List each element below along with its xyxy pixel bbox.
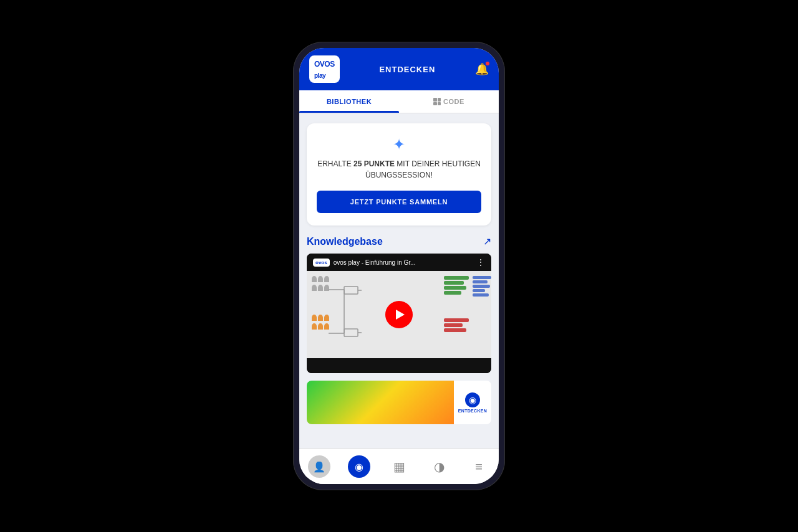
play-triangle-icon	[396, 310, 405, 320]
collect-points-button[interactable]: JETZT PUNKTE SAMMELN	[317, 191, 481, 213]
nav-menu[interactable]: ≡	[459, 453, 499, 480]
section-title: Knowledgebase	[307, 236, 383, 247]
notification-bell[interactable]: 🔔	[475, 62, 489, 76]
points-prefix: ERHALTE	[317, 159, 353, 168]
explore-card[interactable]: ◉ ENTDECKEN	[307, 381, 491, 424]
scroll-area: ✦ ERHALTE 25 PUNKTE MIT DEINER HEUTIGEN …	[299, 113, 499, 449]
green-bars	[444, 276, 469, 295]
external-link-icon[interactable]: ↗	[483, 235, 491, 247]
explore-bg	[307, 381, 454, 424]
notification-dot	[485, 61, 490, 66]
video-header: ovos ovos play - Einführung in Gr... ⋮	[307, 254, 491, 271]
logo-text: OVOS play	[314, 58, 335, 80]
menu-icon: ≡	[475, 460, 483, 474]
points-card: ✦ ERHALTE 25 PUNKTE MIT DEINER HEUTIGEN …	[307, 123, 491, 226]
play-button[interactable]	[385, 301, 413, 328]
phone-device: OVOS play ENTDECKEN 🔔 BIBLIOTHEK	[293, 42, 505, 490]
tab-bibliothek-label: BIBLIOTHEK	[327, 98, 372, 105]
header-title: ENTDECKEN	[379, 65, 435, 74]
video-logo-title: ovos ovos play - Einführung in Gr...	[313, 259, 415, 267]
tabs-bar: BIBLIOTHEK CODE	[299, 90, 499, 113]
video-more-options[interactable]: ⋮	[476, 257, 485, 267]
tab-code-content: CODE	[404, 98, 494, 105]
tab-code[interactable]: CODE	[399, 90, 499, 113]
nav-brain[interactable]: ◑	[419, 453, 459, 480]
red-bars	[444, 318, 469, 332]
explore-nav-icon: ◉	[348, 455, 370, 478]
logo-play: play	[314, 72, 325, 79]
bottom-nav: 👤 ◉ ▦ ◑ ≡	[299, 449, 499, 484]
avatar-icon: 👤	[308, 455, 330, 478]
video-footer	[307, 358, 491, 373]
explore-badge: ◉ ENTDECKEN	[454, 381, 491, 424]
library-icon: ▦	[393, 459, 405, 474]
knowledgebase-section: Knowledgebase ↗ ovos ovos play - Einführ…	[299, 235, 499, 432]
logo-ovos: OVOS	[314, 60, 335, 69]
nav-library[interactable]: ▦	[379, 453, 419, 480]
top-bar: OVOS play ENTDECKEN 🔔	[299, 48, 499, 90]
youtube-logo: ovos	[313, 259, 330, 267]
app-logo: OVOS play	[309, 55, 340, 83]
svg-rect-3	[344, 287, 358, 294]
brain-icon: ◑	[434, 459, 445, 474]
video-card: ovos ovos play - Einführung in Gr... ⋮	[307, 254, 491, 373]
video-title: ovos play - Einführung in Gr...	[334, 259, 416, 266]
nav-explore[interactable]: ◉	[339, 453, 379, 480]
section-header: Knowledgebase ↗	[307, 235, 491, 247]
star-icon: ✦	[317, 136, 481, 153]
tab-bibliothek[interactable]: BIBLIOTHEK	[299, 90, 399, 113]
blue-bars	[473, 276, 491, 297]
tab-code-label: CODE	[443, 98, 464, 105]
points-value: 25 PUNKTE	[353, 159, 395, 168]
nav-profile[interactable]: 👤	[299, 453, 339, 480]
video-thumbnail[interactable]	[307, 271, 491, 358]
compass-icon: ◉	[465, 392, 480, 407]
points-text: ERHALTE 25 PUNKTE MIT DEINER HEUTIGEN ÜB…	[317, 158, 481, 181]
qr-icon	[433, 98, 441, 105]
explore-label: ENTDECKEN	[458, 409, 487, 413]
org-chart-lines	[325, 277, 363, 352]
svg-rect-4	[344, 329, 358, 336]
phone-screen: OVOS play ENTDECKEN 🔔 BIBLIOTHEK	[299, 48, 499, 484]
